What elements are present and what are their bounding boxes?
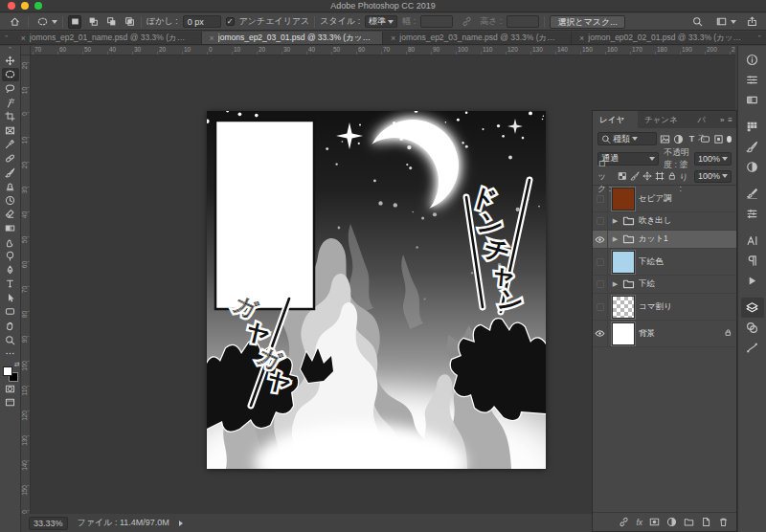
- close-tab-icon[interactable]: ×: [21, 33, 26, 43]
- smudge-tool[interactable]: [2, 235, 19, 250]
- panel-icon-paths[interactable]: [741, 338, 764, 358]
- lock-position-icon[interactable]: [642, 170, 652, 183]
- ruler-origin-corner[interactable]: [21, 46, 31, 55]
- panel-menu-icon[interactable]: ≡: [728, 116, 732, 124]
- layer-row-セピア調[interactable]: セピア調: [593, 186, 736, 212]
- layer-row-下絵[interactable]: ▶下絵: [593, 276, 736, 294]
- zoom-level-field[interactable]: 33.33%: [29, 517, 68, 530]
- fill-dropdown[interactable]: 100%: [694, 170, 732, 183]
- lock-all-icon[interactable]: [667, 170, 677, 183]
- magic-wand-tool[interactable]: [2, 96, 19, 110]
- panel-icon-color[interactable]: [741, 70, 764, 90]
- selection-mode-new-button[interactable]: [68, 15, 81, 29]
- vertical-ruler[interactable]: 2010010203040506070809010011012013014015…: [21, 55, 31, 514]
- frame-tool[interactable]: [2, 123, 19, 138]
- visibility-toggle-empty[interactable]: [593, 212, 608, 230]
- gradient-tool[interactable]: [2, 221, 19, 235]
- selection-mode-add-button[interactable]: [86, 15, 100, 29]
- panel-icon-adjust[interactable]: [741, 157, 764, 177]
- panel-collapse-icon[interactable]: ": [753, 32, 766, 44]
- close-tab-icon[interactable]: ×: [391, 33, 395, 43]
- document-tab-4[interactable]: ×jomon_ep02_02_01.psd @ 33.3% (カット3, RGB…: [572, 32, 753, 44]
- lock-pixels-icon[interactable]: [630, 170, 640, 183]
- group-expand-icon[interactable]: ▶: [612, 217, 619, 225]
- filter-shape-layers-icon[interactable]: [700, 132, 710, 146]
- visibility-toggle-empty[interactable]: [593, 186, 608, 211]
- selection-mode-subtract-button[interactable]: [104, 15, 118, 29]
- add-mask-icon[interactable]: [649, 517, 660, 527]
- panel-icon-info[interactable]: [741, 50, 764, 70]
- filter-toggle-icon[interactable]: [727, 136, 732, 143]
- layer-name[interactable]: カット1: [639, 233, 732, 245]
- delete-layer-icon[interactable]: [718, 517, 729, 527]
- layer-thumbnail[interactable]: [612, 322, 635, 345]
- layer-name[interactable]: 下絵: [639, 278, 732, 290]
- select-and-mask-button[interactable]: 選択とマスク...: [550, 15, 624, 29]
- visibility-toggle-empty[interactable]: [593, 294, 608, 320]
- visibility-eye-icon[interactable]: [593, 231, 608, 248]
- share-icon[interactable]: [743, 14, 760, 29]
- tools-collapse-icon[interactable]: ": [9, 46, 11, 54]
- foreground-color-swatch[interactable]: [3, 366, 12, 376]
- swap-colors-icon[interactable]: ⇄: [14, 361, 20, 368]
- filter-adjustment-layers-icon[interactable]: [673, 132, 684, 146]
- pen-tool[interactable]: [2, 263, 19, 277]
- workspace-switcher[interactable]: [712, 14, 736, 29]
- group-expand-icon[interactable]: ▶: [612, 235, 619, 243]
- home-icon[interactable]: [6, 14, 23, 29]
- layer-thumbnail[interactable]: [612, 188, 635, 211]
- filter-type-layers-icon[interactable]: T: [687, 132, 697, 146]
- panel-icon-gradient-panel[interactable]: [741, 90, 764, 110]
- document-canvas[interactable]: ドンチャン ガヤガヤ: [207, 111, 546, 469]
- selection-mode-intersect-button[interactable]: [123, 15, 136, 29]
- lock-artboard-icon[interactable]: [655, 170, 665, 183]
- crop-tool[interactable]: [2, 109, 19, 123]
- collapse-panel-icon[interactable]: »: [720, 116, 724, 124]
- brush-tool[interactable]: [2, 166, 19, 180]
- panel-icon-brush-settings[interactable]: [741, 184, 764, 204]
- feather-input[interactable]: 0 px: [183, 15, 221, 28]
- layers-panel-tab[interactable]: パス: [690, 111, 720, 128]
- filter-smart-objects-icon[interactable]: [713, 132, 724, 146]
- layer-row-背景[interactable]: 背景: [593, 321, 736, 347]
- history-brush-tool[interactable]: [2, 193, 19, 208]
- layer-name[interactable]: 吹き出し: [639, 215, 732, 227]
- panel-icon-brushes[interactable]: [741, 137, 764, 157]
- dodge-tool[interactable]: [2, 249, 19, 263]
- new-adjustment-layer-icon[interactable]: [666, 517, 677, 527]
- opacity-dropdown[interactable]: 100%: [694, 152, 732, 166]
- screen-mode-button[interactable]: [2, 396, 19, 410]
- clone-stamp-tool[interactable]: [2, 179, 19, 193]
- document-tab-3[interactable]: ×jomons_ep2_03_name.psd @ 33.3% (カット1, R…: [383, 32, 572, 44]
- active-tool-preset[interactable]: [34, 14, 57, 29]
- close-tab-icon[interactable]: ×: [579, 33, 584, 43]
- new-group-icon[interactable]: [684, 517, 694, 527]
- layers-panel-tab[interactable]: レイヤー: [593, 111, 638, 128]
- move-tool[interactable]: [2, 54, 19, 68]
- horizontal-ruler[interactable]: 7060504030201001020304050607080901001101…: [31, 46, 735, 55]
- style-dropdown[interactable]: 標準: [365, 15, 397, 28]
- type-tool[interactable]: [2, 277, 19, 292]
- layer-row-カット1[interactable]: ▶カット1: [593, 231, 736, 249]
- toolbar-collapse-icon[interactable]: ": [0, 32, 13, 44]
- panel-icon-properties[interactable]: [741, 204, 764, 224]
- panel-icon-channels[interactable]: [741, 318, 764, 338]
- link-layers-icon[interactable]: [619, 517, 629, 527]
- layer-style-icon[interactable]: fx: [636, 518, 642, 527]
- status-options-icon[interactable]: [179, 521, 183, 526]
- panel-icon-layers-panel[interactable]: [741, 298, 764, 318]
- group-expand-icon[interactable]: ▶: [612, 280, 619, 288]
- layer-row-吹き出し[interactable]: ▶吹き出し: [593, 212, 736, 231]
- layer-filter-dropdown[interactable]: 種類: [597, 132, 657, 145]
- panel-icon-paragraph[interactable]: [741, 251, 764, 271]
- close-tab-icon[interactable]: ×: [210, 33, 214, 43]
- panel-icon-timeline[interactable]: [741, 271, 764, 291]
- document-tab-1[interactable]: ×jomons_ep2_01_name.psd @ 33.3% (カット2, R…: [13, 32, 202, 44]
- search-icon[interactable]: [688, 14, 706, 29]
- filter-pixel-layers-icon[interactable]: [660, 132, 670, 146]
- layer-row-下絵色[interactable]: 下絵色: [593, 249, 736, 276]
- shape-tool[interactable]: [2, 305, 19, 320]
- antialias-checkbox[interactable]: ✓: [226, 17, 235, 26]
- layers-panel-tab[interactable]: チャンネル: [638, 111, 690, 128]
- eraser-tool[interactable]: [2, 208, 19, 222]
